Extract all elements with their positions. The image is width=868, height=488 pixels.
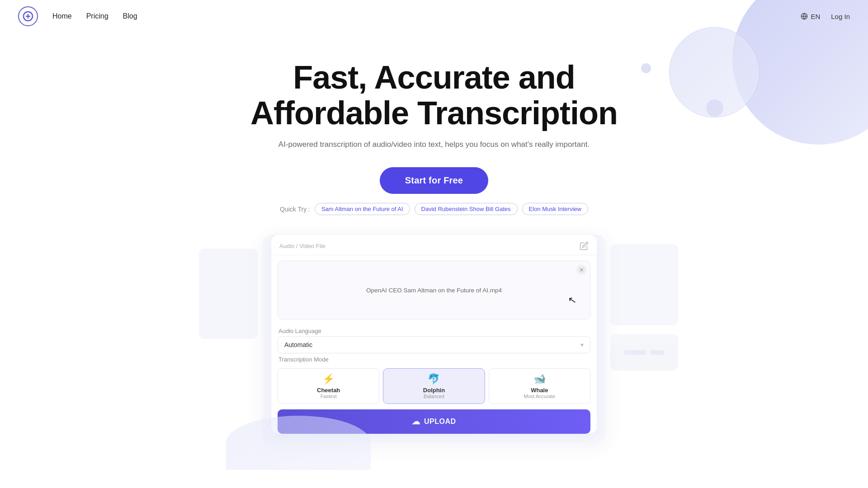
- language-selector[interactable]: EN: [801, 13, 820, 20]
- cheetah-desc: Fastest: [282, 394, 375, 399]
- upload-button-label: UPLOAD: [424, 418, 456, 426]
- cheetah-icon: ⚡: [282, 373, 375, 385]
- dolphin-icon: 🐬: [387, 373, 481, 385]
- nav-pricing[interactable]: Pricing: [86, 12, 108, 20]
- file-name-display: OpenAI CEO Sam Altman on the Future of A…: [366, 287, 502, 294]
- hero-section: Fast, Accurate and Affordable Transcript…: [0, 33, 868, 215]
- widget-section: Audio / Video File ✕ OpenAI CEO Sam Altm…: [0, 235, 868, 443]
- whale-desc: Most Accurate: [493, 394, 586, 399]
- upload-icon: ☁: [412, 417, 420, 427]
- language-value: Automatic: [284, 341, 312, 348]
- language-dropdown[interactable]: Automatic ▾: [278, 336, 590, 353]
- side-panel-right: [610, 244, 678, 325]
- quick-tag-2[interactable]: Elon Musk Interview: [522, 203, 588, 215]
- whale-icon: 🐋: [493, 373, 586, 385]
- mode-whale[interactable]: 🐋 Whale Most Accurate: [489, 368, 590, 404]
- hero-title: Fast, Accurate and Affordable Transcript…: [0, 60, 868, 131]
- navbar: Home Pricing Blog EN Log In: [0, 0, 868, 33]
- quick-try-section: Quick Try : Sam Altman on the Future of …: [0, 203, 868, 215]
- start-free-button[interactable]: Start for Free: [380, 167, 488, 194]
- quick-tag-1[interactable]: David Rubenstein Show Bill Gates: [415, 203, 518, 215]
- card-topbar: Audio / Video File: [271, 235, 597, 255]
- edit-icon[interactable]: [580, 241, 589, 250]
- lang-section-label: Audio Language: [271, 325, 597, 336]
- quick-try-label: Quick Try :: [280, 206, 310, 213]
- file-section-label: Audio / Video File: [279, 243, 326, 249]
- dolphin-name: Dolphin: [387, 387, 481, 394]
- hero-subtitle: AI-powered transcription of audio/video …: [0, 140, 868, 149]
- bottom-arc: [226, 416, 371, 470]
- login-button[interactable]: Log In: [831, 13, 850, 20]
- language-label: EN: [811, 13, 820, 20]
- dolphin-desc: Balanced: [387, 394, 481, 399]
- file-drop-zone[interactable]: ✕ OpenAI CEO Sam Altman on the Future of…: [278, 261, 590, 319]
- side-pill-1: [624, 350, 646, 355]
- hero-cta: Start for Free: [0, 167, 868, 194]
- file-close-button[interactable]: ✕: [576, 265, 586, 275]
- side-panel-right-pills: [610, 334, 678, 371]
- logo[interactable]: [18, 6, 38, 26]
- mode-cards-group: ⚡ Cheetah Fastest 🐬 Dolphin Balanced 🐋 W…: [278, 368, 590, 404]
- hero-title-line2: Affordable Transcription: [250, 95, 618, 131]
- side-pill-2: [650, 350, 665, 355]
- cheetah-name: Cheetah: [282, 387, 375, 394]
- side-panel-left: [199, 249, 258, 339]
- upload-card: Audio / Video File ✕ OpenAI CEO Sam Altm…: [271, 235, 597, 434]
- mode-dolphin[interactable]: 🐬 Dolphin Balanced: [383, 368, 485, 404]
- globe-icon: [801, 13, 808, 20]
- chevron-down-icon: ▾: [580, 341, 584, 348]
- mode-section-label: Transcription Mode: [271, 353, 597, 365]
- quick-tag-0[interactable]: Sam Altman on the Future of AI: [315, 203, 410, 215]
- cursor-icon: ↖: [567, 294, 577, 307]
- whale-name: Whale: [493, 387, 586, 394]
- nav-right: EN Log In: [801, 13, 850, 20]
- widget-outer: Audio / Video File ✕ OpenAI CEO Sam Altm…: [262, 235, 606, 443]
- nav-links: Home Pricing Blog: [52, 12, 137, 20]
- nav-blog[interactable]: Blog: [123, 12, 137, 20]
- nav-home[interactable]: Home: [52, 12, 72, 20]
- hero-title-line1: Fast, Accurate and: [293, 59, 575, 95]
- mode-cheetah[interactable]: ⚡ Cheetah Fastest: [278, 368, 379, 404]
